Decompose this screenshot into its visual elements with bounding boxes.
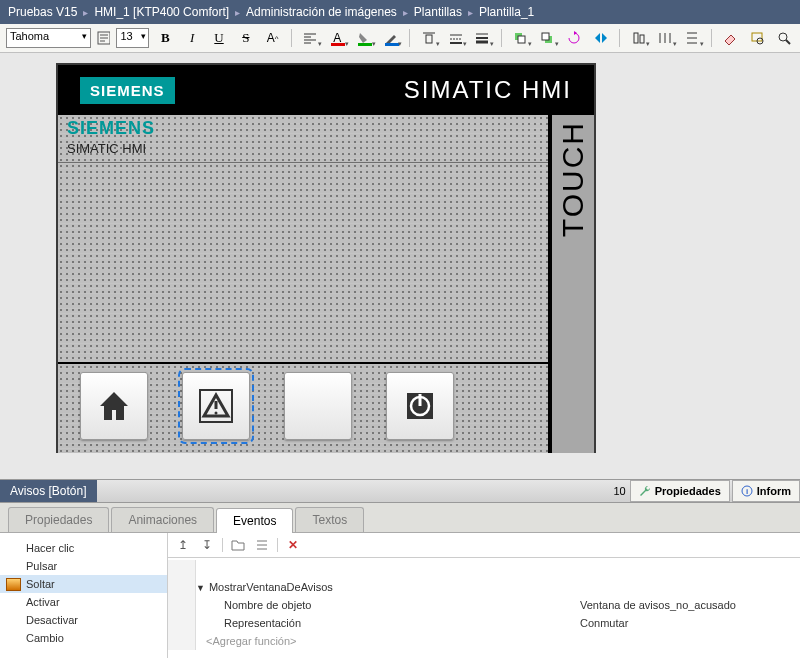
info-pane-label: Inform [757,485,791,497]
events-panel: Hacer clic Pulsar Soltar Activar Desacti… [0,533,800,658]
distribute-v-button[interactable]: ▾ [682,28,703,48]
tab-textos[interactable]: Textos [295,507,364,532]
strikethrough-button[interactable]: S [235,28,256,48]
svg-point-33 [779,33,787,41]
hmi-device-frame: SIEMENS SIMATIC HMI SIEMENS SIMATIC HMI [56,63,596,453]
font-family-select[interactable]: Tahoma [6,28,91,48]
list-button[interactable] [253,536,271,554]
function-name: MostrarVentanaDeAvisos [209,581,333,593]
function-list-panel: ↥ ↧ ✕ ▼MostrarVentanaDeAvisos Nombre de … [168,533,800,658]
properties-pane-tab[interactable]: Propiedades [630,480,730,502]
svg-rect-19 [542,33,549,40]
svg-marker-21 [595,33,600,43]
event-pulsar[interactable]: Pulsar [0,557,167,575]
param-value[interactable]: Conmutar [576,617,800,629]
svg-rect-17 [518,36,525,43]
svg-point-38 [215,412,218,415]
svg-rect-9 [426,35,432,43]
separator [291,29,292,47]
zoom-select-button[interactable] [773,28,794,48]
flip-h-button[interactable] [590,28,611,48]
line-color-button[interactable]: ▾ [381,28,402,48]
distribute-button[interactable]: ▾ [655,28,676,48]
tab-animaciones[interactable]: Animaciones [111,507,214,532]
svg-text:i: i [746,487,748,496]
inspector-title: Avisos [Botón] [0,480,97,502]
superscript-button[interactable]: A^ [262,28,283,48]
event-soltar[interactable]: Soltar [0,575,167,593]
power-button[interactable] [386,372,454,440]
align-objects-button[interactable]: ▾ [628,28,649,48]
touch-strip: TOUCH [550,115,594,453]
tab-propiedades[interactable]: Propiedades [8,507,109,532]
move-down-button[interactable]: ↧ [198,536,216,554]
send-back-button[interactable]: ▾ [537,28,558,48]
collapse-icon[interactable]: ▼ [196,583,205,593]
alarm-button[interactable] [182,372,250,440]
align-left-button[interactable]: ▾ [300,28,321,48]
crumb-0[interactable]: Pruebas V15 [8,5,77,19]
event-cambio[interactable]: Cambio [0,629,167,647]
zoom-percent: 10 [613,485,625,497]
eraser-button[interactable] [720,28,741,48]
editor-canvas[interactable]: SIEMENS SIMATIC HMI SIEMENS SIMATIC HMI [0,53,800,453]
template-header: SIEMENS SIMATIC HMI [58,115,548,163]
separator [619,29,620,47]
function-row[interactable]: ▼MostrarVentanaDeAvisos [168,578,800,596]
delete-button[interactable]: ✕ [284,536,302,554]
underline-button[interactable]: U [209,28,230,48]
separator [711,29,712,47]
italic-button[interactable]: I [182,28,203,48]
event-activar[interactable]: Activar [0,593,167,611]
param-value[interactable]: Ventana de avisos_no_acusado [576,599,800,611]
device-workarea: SIEMENS SIMATIC HMI [58,115,594,453]
line-style-button[interactable]: ▾ [445,28,466,48]
function-toolbar: ↥ ↧ ✕ [168,533,800,558]
crumb-2[interactable]: Administración de imágenes [246,5,397,19]
event-hacer-clic[interactable]: Hacer clic [0,539,167,557]
chevron-right-icon: ▸ [235,7,240,18]
event-desactivar[interactable]: Desactivar [0,611,167,629]
move-up-button[interactable]: ↥ [174,536,192,554]
chevron-right-icon: ▸ [403,7,408,18]
inspector-tabs: Propiedades Animaciones Eventos Textos [0,503,800,533]
richtext-icon[interactable] [97,31,110,45]
bring-front-button[interactable]: ▾ [510,28,531,48]
home-button[interactable] [80,372,148,440]
separator [409,29,410,47]
add-function-row[interactable]: <Agregar función> [168,632,800,650]
header-product: SIMATIC HMI [67,141,539,156]
template-body[interactable] [58,163,548,362]
format-toolbar: Tahoma 13 B I U S A^ ▾ A▾ ▾ ▾ ▾ ▾ ▾ ▾ ▾ … [0,24,800,53]
param-label: Nombre de objeto [196,599,576,611]
touch-label: TOUCH [556,121,590,237]
zoom-fit-button[interactable] [746,28,767,48]
font-color-button[interactable]: A▾ [327,28,348,48]
header-brand: SIEMENS [67,118,539,139]
tab-eventos[interactable]: Eventos [216,508,293,533]
param-row[interactable]: Nombre de objeto Ventana de avisos_no_ac… [168,596,800,614]
crumb-1[interactable]: HMI_1 [KTP400 Comfort] [94,5,229,19]
screen-template[interactable]: SIEMENS SIMATIC HMI [58,115,550,453]
crumb-3[interactable]: Plantillas [414,5,462,19]
grid-header-row [168,560,800,578]
info-icon: i [741,485,753,497]
svg-line-34 [786,40,790,44]
param-label: Representación [196,617,576,629]
blank-button[interactable] [284,372,352,440]
crumb-4[interactable]: Plantilla_1 [479,5,534,19]
param-row[interactable]: Representación Conmutar [168,614,800,632]
separator [501,29,502,47]
align-vtop-button[interactable]: ▾ [418,28,439,48]
info-pane-tab[interactable]: i Inform [732,480,800,502]
font-size-select[interactable]: 13 [116,28,148,48]
svg-rect-24 [640,35,644,43]
bold-button[interactable]: B [155,28,176,48]
fill-color-button[interactable]: ▾ [354,28,375,48]
svg-rect-23 [634,33,638,43]
add-function-placeholder: <Agregar función> [206,635,297,647]
line-width-button[interactable]: ▾ [472,28,493,48]
open-button[interactable] [229,536,247,554]
properties-pane-label: Propiedades [655,485,721,497]
rotate-button[interactable] [564,28,585,48]
